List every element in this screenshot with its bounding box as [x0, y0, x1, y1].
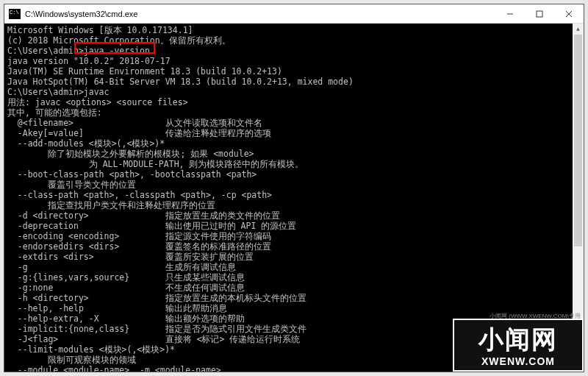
console-line: 为 ALL-MODULE-PATH, 则为模块路径中的所有模块。 — [7, 159, 581, 169]
console-line: (c) 2018 Microsoft Corporation。保留所有权利。 — [7, 35, 581, 46]
cmd-icon — [9, 9, 21, 19]
watermark-title: 小闻网 — [457, 324, 579, 354]
console-line: -g:{lines,vars,source} 只生成某些调试信息 — [7, 272, 581, 283]
console-line: -h <directory> 指定放置生成的本机标头文件的位置 — [7, 293, 581, 303]
console-line: --class-path <path>, -classpath <path>, … — [7, 190, 581, 200]
console-line: 除了初始模块之外要解析的根模块; 如果 <module> — [7, 149, 581, 159]
console-line: -g:none 不生成任何调试信息 — [7, 283, 581, 293]
console-line: -extdirs <dirs> 覆盖所安装扩展的位置 — [7, 252, 581, 262]
scroll-up-button[interactable]: ▲ — [573, 24, 584, 35]
console-line: -Akey[=value] 传递给注释处理程序的选项 — [7, 128, 581, 138]
watermark-url: XWENW.COM — [457, 355, 579, 367]
svg-rect-1 — [537, 11, 542, 17]
console-line: --add-modules <模块>(,<模块>)* — [7, 138, 581, 149]
maximize-button[interactable] — [525, 4, 554, 24]
titlebar[interactable]: C:\Windows\system32\cmd.exe — [4, 4, 584, 24]
console-line: -deprecation 输出使用已过时的 API 的源位置 — [7, 221, 581, 231]
console-line: -d <directory> 指定放置生成的类文件的位置 — [7, 210, 581, 221]
minimize-button[interactable] — [495, 4, 525, 24]
console-line: -encoding <encoding> 指定源文件使用的字符编码 — [7, 231, 581, 241]
console-line: -g 生成所有调试信息 — [7, 262, 581, 272]
scroll-thumb[interactable] — [574, 35, 582, 246]
console-line: -endorseddirs <dirs> 覆盖签名的标准路径的位置 — [7, 241, 581, 252]
console-line: C:\Users\admin>javac — [7, 87, 581, 97]
console-line: 覆盖引导类文件的位置 — [7, 180, 581, 190]
console-line: java version "10.0.2" 2018-07-17 — [7, 56, 581, 66]
console-line: Java(TM) SE Runtime Environment 18.3 (bu… — [7, 66, 581, 77]
close-button[interactable] — [554, 4, 584, 24]
console-line: --boot-class-path <path>, -bootclasspath… — [7, 169, 581, 180]
console-line: @<filename> 从文件读取选项和文件名 — [7, 118, 581, 128]
console-line: 用法: javac <options> <source files> — [7, 97, 581, 107]
console-line: C:\Users\admin>java -version — [7, 46, 581, 56]
window-title: C:\Windows\system32\cmd.exe — [25, 10, 495, 18]
console-line: Java HotSpot(TM) 64-Bit Server VM 18.3 (… — [7, 77, 581, 87]
console-line: 指定查找用户类文件和注释处理程序的位置 — [7, 200, 581, 210]
console-line: Microsoft Windows [版本 10.0.17134.1] — [7, 25, 581, 35]
console-line: 其中, 可能的选项包括: — [7, 107, 581, 118]
watermark-badge: 小闻网 XWENW.COM — [453, 319, 584, 372]
